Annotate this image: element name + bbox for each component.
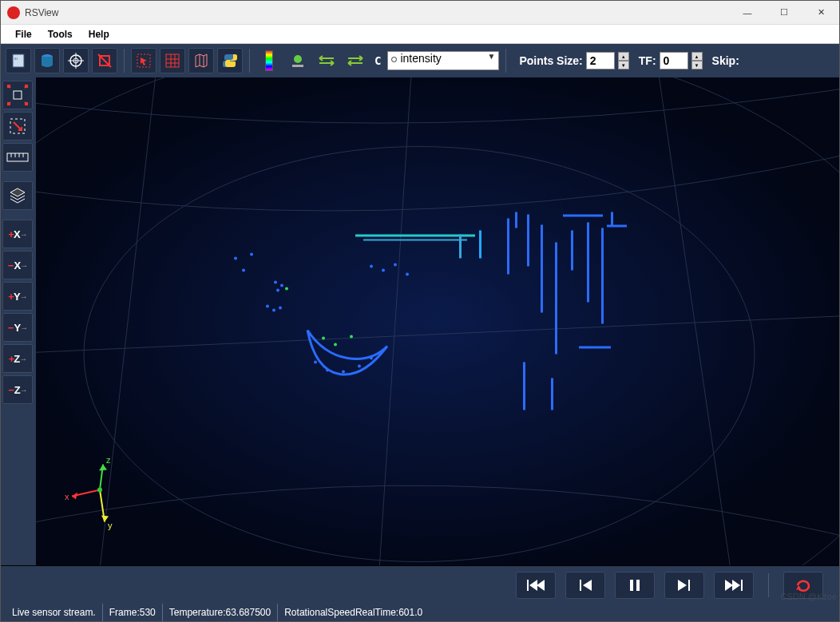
fit-view-button[interactable] xyxy=(2,112,33,141)
point-color-icon xyxy=(290,53,306,69)
svg-rect-39 xyxy=(579,347,611,349)
svg-rect-77 xyxy=(527,580,529,591)
swap-right-icon xyxy=(347,55,364,66)
close-button[interactable]: ✕ xyxy=(802,1,839,25)
tf-spinner[interactable]: ▲▼ xyxy=(691,52,703,69)
swap-right-button[interactable] xyxy=(343,48,368,73)
svg-point-58 xyxy=(279,307,282,310)
menu-help[interactable]: Help xyxy=(81,29,117,40)
svg-rect-47 xyxy=(479,231,481,259)
database-button[interactable] xyxy=(34,48,60,73)
status-source: Live sensor stream. xyxy=(6,604,103,621)
minimize-button[interactable]: — xyxy=(729,1,766,25)
dropdown-value: intensity xyxy=(400,52,441,65)
svg-marker-81 xyxy=(583,580,592,591)
window-title: RSView xyxy=(25,7,58,18)
goto-start-button[interactable] xyxy=(516,572,556,599)
layers-icon xyxy=(8,186,27,205)
svg-rect-30 xyxy=(507,219,509,275)
document-icon: 01 xyxy=(10,53,26,69)
svg-rect-37 xyxy=(601,228,604,324)
svg-rect-36 xyxy=(587,223,589,303)
3d-viewport[interactable]: x y z xyxy=(36,77,839,565)
layers-button[interactable] xyxy=(2,181,33,210)
svg-point-61 xyxy=(350,335,353,339)
loop-button[interactable] xyxy=(783,572,823,599)
main-area: +X→ −X→ +Y→ −Y→ +Z→ −Z→ xyxy=(1,77,839,565)
colormap-indicator[interactable] xyxy=(256,48,282,73)
svg-point-68 xyxy=(242,269,245,272)
target-button[interactable] xyxy=(63,48,89,73)
tf-label: TF: xyxy=(639,54,656,67)
status-temperature: Temperature: 63.687500 xyxy=(163,604,278,621)
spacer xyxy=(2,212,34,217)
svg-point-56 xyxy=(266,305,269,308)
toolbar-separator xyxy=(505,49,506,73)
pointer-icon xyxy=(136,53,152,69)
axis-z-label: z xyxy=(106,455,111,465)
expand-icon xyxy=(7,85,28,105)
c-label: C xyxy=(371,54,384,67)
prev-frame-button[interactable] xyxy=(565,572,605,599)
view-minus-y-button[interactable]: −Y→ xyxy=(2,313,33,342)
view-minus-x-button[interactable]: −X→ xyxy=(2,251,33,279)
svg-point-52 xyxy=(274,281,277,284)
status-speed: RotationalSpeedRealTime: 601.0 xyxy=(278,604,429,621)
next-icon xyxy=(675,577,694,593)
view-minus-z-button[interactable]: −Z→ xyxy=(2,375,33,404)
svg-point-19 xyxy=(294,55,302,63)
svg-point-50 xyxy=(394,263,397,267)
swap-left-icon xyxy=(318,55,335,66)
python-button[interactable] xyxy=(217,48,243,73)
color-mode-dropdown[interactable]: intensity▼ xyxy=(387,51,499,70)
svg-rect-45 xyxy=(363,240,467,241)
svg-rect-40 xyxy=(523,363,525,410)
pause-button[interactable] xyxy=(615,572,655,599)
svg-point-4 xyxy=(42,62,53,67)
view-plus-x-button[interactable]: +X→ xyxy=(2,220,33,248)
tf-input[interactable]: 0 xyxy=(660,52,688,69)
svg-rect-32 xyxy=(527,215,529,267)
svg-rect-82 xyxy=(630,580,633,591)
points-size-input[interactable]: 2 xyxy=(586,52,615,69)
svg-rect-41 xyxy=(551,378,553,410)
svg-marker-79 xyxy=(537,580,545,591)
crop-button[interactable] xyxy=(92,48,117,73)
python-icon xyxy=(222,53,238,69)
svg-text:01: 01 xyxy=(14,57,18,61)
ruler-button[interactable] xyxy=(2,143,33,172)
swap-left-button[interactable] xyxy=(314,48,339,73)
open-file-button[interactable]: 01 xyxy=(6,48,31,73)
circle-icon xyxy=(391,57,397,62)
axis-y-label: y xyxy=(108,521,113,530)
pause-icon xyxy=(625,577,644,593)
view-plus-y-button[interactable]: +Y→ xyxy=(2,282,33,311)
spreadsheet-button[interactable] xyxy=(160,48,185,73)
left-toolbar: +X→ −X→ +Y→ −Y→ +Z→ −Z→ xyxy=(1,77,36,565)
svg-point-59 xyxy=(322,337,325,340)
svg-marker-78 xyxy=(529,580,537,591)
svg-marker-84 xyxy=(678,580,687,591)
svg-rect-35 xyxy=(571,231,573,271)
cylinder-icon xyxy=(39,53,55,69)
map-button[interactable] xyxy=(188,48,214,73)
view-plus-z-button[interactable]: +Z→ xyxy=(2,344,33,373)
svg-rect-20 xyxy=(292,65,303,67)
maximize-button[interactable]: ☐ xyxy=(766,1,802,25)
crosshair-icon xyxy=(68,53,84,69)
expand-view-button[interactable] xyxy=(2,81,33,109)
svg-rect-21 xyxy=(14,91,22,99)
next-frame-button[interactable] xyxy=(664,572,704,599)
prev-icon xyxy=(576,577,595,593)
menu-tools[interactable]: Tools xyxy=(40,29,81,40)
svg-point-67 xyxy=(234,257,237,260)
point-color-button[interactable] xyxy=(285,48,311,73)
app-logo-icon xyxy=(7,6,20,19)
select-button[interactable] xyxy=(131,48,157,73)
svg-rect-83 xyxy=(636,580,640,591)
goto-end-button[interactable] xyxy=(714,572,754,599)
svg-rect-46 xyxy=(459,235,462,259)
svg-rect-88 xyxy=(741,580,743,591)
points-size-spinner[interactable]: ▲▼ xyxy=(618,52,629,69)
menu-file[interactable]: File xyxy=(7,29,40,40)
